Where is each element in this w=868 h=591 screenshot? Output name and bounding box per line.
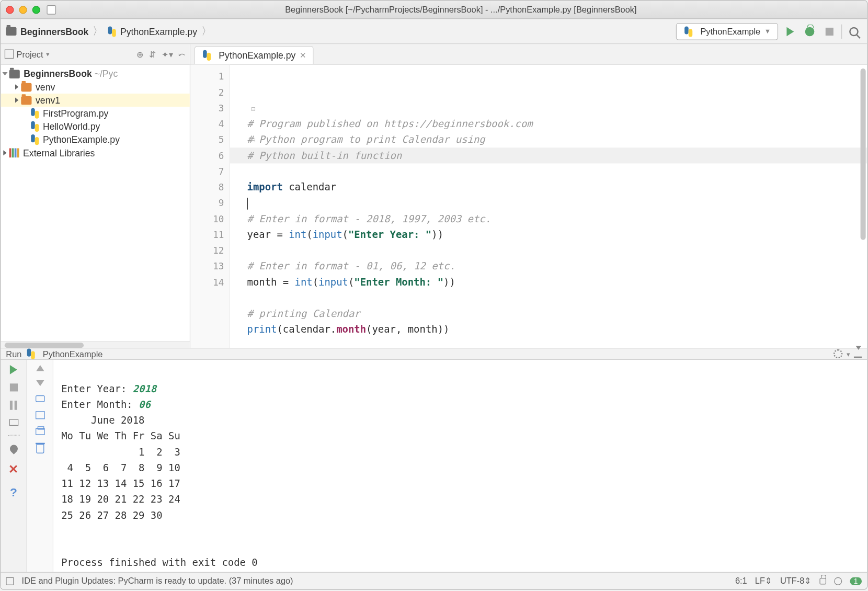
expand-icon[interactable]	[3, 150, 6, 155]
python-file-icon	[683, 26, 694, 37]
console-output[interactable]: Enter Year: 2018 Enter Month: 06 June 20…	[53, 360, 867, 590]
tree-file-pythonexample[interactable]: PythonExample.py	[1, 133, 190, 146]
run-config-selector[interactable]: PythonExample ▼	[676, 22, 778, 40]
window-controls	[6, 6, 40, 14]
pause-button[interactable]	[10, 401, 17, 410]
folder-icon	[21, 83, 31, 91]
chevron-right-icon: 〉	[93, 25, 103, 38]
tree-file-helloworld[interactable]: HelloWorld.py	[1, 120, 190, 133]
sidebar-scrollbar[interactable]	[1, 342, 190, 348]
close-window-icon[interactable]	[6, 6, 14, 14]
project-sidebar: Project▾ ⊕ ⇵ ✦▾ ⤺ BeginnersBook ~/Pyc ve…	[1, 44, 190, 348]
lock-icon[interactable]	[819, 577, 826, 584]
python-file-icon	[26, 349, 36, 359]
run-tool-window: Run PythonExample ▾ ✕ ?	[1, 348, 867, 572]
project-tool-label[interactable]: Project▾	[5, 49, 49, 59]
chevron-down-icon: ▼	[764, 28, 771, 35]
titlebar: BeginnersBook [~/PycharmProjects/Beginne…	[1, 1, 867, 19]
tab-label: PythonExample.py	[219, 50, 295, 61]
run-actions-left: ✕ ?	[1, 360, 27, 590]
collapse-icon[interactable]: ⊕	[136, 49, 144, 59]
tool-window-icon[interactable]	[6, 577, 14, 585]
search-everywhere-button[interactable]	[846, 24, 862, 39]
search-icon	[849, 27, 859, 36]
editor-tabbar: PythonExample.py ✕	[190, 44, 867, 64]
stop-button[interactable]	[821, 24, 837, 39]
editor-tab[interactable]: PythonExample.py ✕	[195, 46, 314, 64]
project-tree[interactable]: BeginnersBook ~/Pyc venv venv1 FirstProg…	[1, 64, 190, 341]
expand-icon[interactable]	[2, 72, 7, 75]
inspection-icon[interactable]	[834, 577, 842, 585]
download-icon[interactable]	[854, 350, 862, 358]
code-editor[interactable]: 1234567891011121314 ⊟# Program published…	[190, 64, 867, 348]
help-button[interactable]: ?	[10, 486, 17, 499]
layout-button[interactable]	[9, 419, 18, 426]
rerun-button[interactable]	[10, 365, 17, 374]
run-body: ✕ ? Enter Year: 2018 Enter Month: 06 Jun…	[1, 360, 867, 590]
folder-icon	[6, 27, 16, 36]
line-gutter[interactable]: 1234567891011121314	[190, 64, 230, 348]
breadcrumb-file[interactable]: PythonExample.py	[120, 26, 197, 37]
close-tab-icon[interactable]: ✕	[300, 51, 306, 60]
run-actions-secondary	[27, 360, 53, 590]
chevron-down-icon: ▾	[847, 350, 850, 358]
editor-scrollbar[interactable]	[861, 69, 866, 240]
python-file-icon	[30, 134, 40, 145]
stop-icon	[826, 27, 833, 35]
maximize-window-icon[interactable]	[32, 6, 40, 14]
sidebar-toolbar: Project▾ ⊕ ⇵ ✦▾ ⤺	[1, 44, 190, 64]
gear-icon[interactable]: ✦▾	[162, 49, 174, 59]
tree-external-libs[interactable]: External Libraries	[1, 146, 190, 160]
run-tab-label[interactable]: Run	[6, 349, 21, 359]
up-button[interactable]	[36, 365, 44, 371]
breadcrumb[interactable]: BeginnersBook 〉 PythonExample.py 〉	[6, 25, 215, 38]
folder-icon	[9, 70, 20, 78]
main-split: Project▾ ⊕ ⇵ ✦▾ ⤺ BeginnersBook ~/Pyc ve…	[1, 44, 867, 348]
bug-icon	[805, 27, 815, 36]
tree-project-root[interactable]: BeginnersBook ~/Pyc	[1, 67, 190, 81]
tree-folder-venv[interactable]: venv	[1, 81, 190, 94]
breadcrumb-project[interactable]: BeginnersBook	[20, 26, 88, 37]
down-button[interactable]	[36, 380, 44, 386]
python-file-icon	[30, 108, 40, 119]
editor-area: PythonExample.py ✕ 1234567891011121314 ⊟…	[190, 44, 867, 348]
chevron-right-icon: 〉	[201, 25, 212, 38]
clear-button[interactable]	[36, 444, 44, 453]
close-button[interactable]: ✕	[8, 462, 18, 476]
settings-icon[interactable]: ⇵	[149, 49, 156, 59]
code-content[interactable]: ⊟# Program published on https://beginner…	[230, 64, 867, 348]
print-button[interactable]	[35, 428, 44, 435]
run-config-name[interactable]: PythonExample	[43, 349, 103, 359]
python-file-icon	[202, 50, 212, 61]
debug-button[interactable]	[802, 24, 817, 39]
folder-icon	[21, 96, 31, 104]
tree-file-firstprogram[interactable]: FirstProgram.py	[1, 107, 190, 120]
library-icon	[9, 149, 19, 158]
expand-icon[interactable]	[15, 97, 18, 103]
window-title: BeginnersBook [~/PycharmProjects/Beginne…	[60, 5, 862, 15]
stop-button[interactable]	[9, 383, 17, 391]
tree-folder-venv1[interactable]: venv1	[1, 94, 190, 107]
soft-wrap-button[interactable]	[35, 395, 44, 402]
python-file-icon	[30, 121, 40, 132]
chevron-down-icon: ▾	[46, 50, 49, 58]
python-file-icon	[107, 26, 118, 37]
pin-button[interactable]	[8, 443, 19, 454]
expand-icon[interactable]	[15, 84, 18, 89]
text-cursor	[247, 197, 248, 209]
nav-bar: BeginnersBook 〉 PythonExample.py 〉 Pytho…	[1, 19, 867, 44]
ide-window: BeginnersBook [~/PycharmProjects/Beginne…	[0, 0, 867, 590]
pycharm-logo-icon	[47, 5, 56, 14]
run-button[interactable]	[782, 24, 798, 39]
play-icon	[786, 27, 794, 36]
minimize-window-icon[interactable]	[19, 6, 27, 14]
project-icon	[5, 50, 14, 59]
run-header: Run PythonExample ▾	[1, 349, 867, 360]
run-config-label: PythonExample	[700, 26, 760, 36]
hide-icon[interactable]: ⤺	[178, 49, 186, 59]
gear-icon[interactable]	[833, 349, 843, 359]
scroll-end-button[interactable]	[35, 411, 44, 419]
